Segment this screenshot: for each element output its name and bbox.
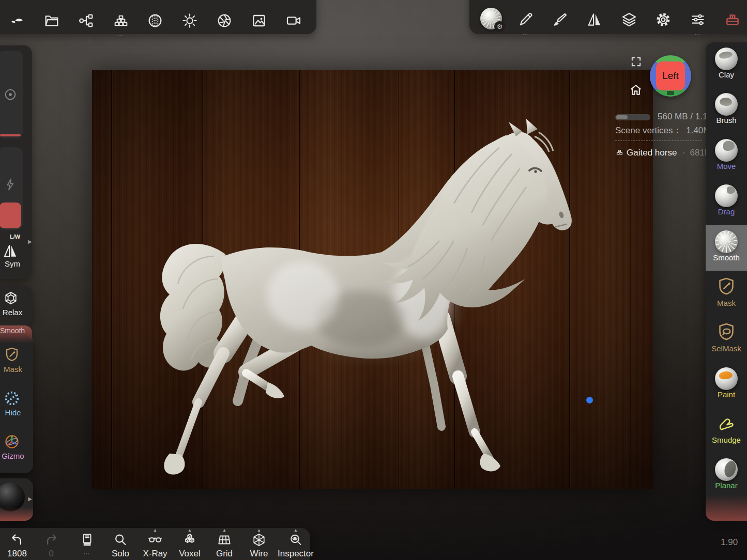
xray-glasses-icon <box>147 532 163 548</box>
inspector-caret-icon[interactable]: ▲ <box>275 528 316 533</box>
topbar-left: … <box>0 0 316 34</box>
history-button[interactable]: … <box>70 532 103 556</box>
hide-label[interactable]: Hide <box>0 408 33 417</box>
redo-button[interactable]: 0 <box>35 532 68 559</box>
wire-caret-icon[interactable]: ▲ <box>242 528 276 533</box>
tool-move[interactable]: Move <box>706 134 747 179</box>
selmask-shield-icon <box>716 321 737 342</box>
history-book-icon <box>79 532 95 548</box>
sym-expand-arrow[interactable]: ▶ <box>28 239 32 244</box>
matcap-expand-arrow[interactable]: ▶ <box>28 496 32 502</box>
relax-panel[interactable]: Relax <box>0 285 32 325</box>
tool-smooth[interactable]: Smooth <box>706 225 747 271</box>
voxel-caret-icon[interactable]: ▲ <box>173 528 206 533</box>
tool-mask[interactable]: Mask <box>706 271 747 316</box>
gizmo-orb-icon[interactable] <box>3 433 21 450</box>
inspector-button[interactable]: ▲ Inspector <box>275 532 316 559</box>
redo-icon <box>43 532 59 548</box>
sym-toggle[interactable]: Sym <box>0 259 32 268</box>
brush-sliders-panel: L/W ▶ Sym <box>0 45 32 279</box>
tool-settings-gear-icon[interactable]: ⚙ <box>494 21 505 32</box>
sliders-more-dots: … <box>685 30 710 36</box>
tool-smudge[interactable]: Smudge <box>706 408 747 453</box>
mask-label[interactable]: Mask <box>0 365 33 374</box>
smooth-peek-label: Smooth <box>0 326 32 335</box>
mesh-row[interactable]: Gaited horse · 681k <box>615 148 709 158</box>
stroke-cursor-dot <box>586 397 593 403</box>
voxel-button[interactable]: ▲ Voxel <box>173 532 206 559</box>
mask-shield-icon[interactable] <box>4 346 20 363</box>
xray-caret-icon[interactable]: ▲ <box>139 528 172 533</box>
toolbox-icon <box>724 11 741 28</box>
camera-button[interactable] <box>281 8 306 33</box>
settings-button[interactable] <box>651 7 676 32</box>
material-ball-panel[interactable]: ▶ <box>0 478 33 521</box>
scene-vertices-row: Scene vertices： 1.40M <box>615 125 710 136</box>
material-sphere-icon <box>147 12 163 29</box>
layers-button[interactable] <box>617 7 642 32</box>
sculpt-viewport[interactable] <box>92 70 653 489</box>
scene-graph-button[interactable] <box>74 8 99 33</box>
mesh-pyramid-icon <box>615 148 624 157</box>
symmetry-button[interactable] <box>582 7 607 32</box>
grid-caret-icon[interactable]: ▲ <box>208 528 241 533</box>
mask-shield-icon <box>716 276 737 297</box>
gizmo-label[interactable]: Gizmo <box>0 452 33 460</box>
orientation-cube[interactable]: Left <box>650 55 691 97</box>
hide-dither-icon[interactable] <box>3 390 21 407</box>
status-separator <box>615 141 702 141</box>
topology-button[interactable]: … <box>109 8 133 33</box>
active-tool-preview[interactable]: ⚙ <box>479 6 504 31</box>
mask-hide-gizmo-panel: Mask Hide Gizmo <box>0 335 33 473</box>
lighting-button[interactable] <box>177 8 202 33</box>
wire-button[interactable]: ▲ Wire <box>242 532 276 559</box>
tool-selmask[interactable]: SelMask <box>706 316 747 362</box>
symmetry-mirror-icon <box>586 11 603 28</box>
files-button[interactable] <box>39 8 64 33</box>
painting-button[interactable] <box>547 7 572 32</box>
undo-icon <box>9 532 25 548</box>
tool-planar[interactable]: Planar <box>706 453 747 499</box>
tool-brush[interactable]: Brush <box>706 88 747 133</box>
radius-slider-fill <box>0 134 21 136</box>
toolbox-button[interactable] <box>720 7 745 32</box>
clay-sphere-icon <box>715 48 738 70</box>
tool-drag[interactable]: Drag <box>706 179 747 225</box>
tool-list: Clay Brush Move Drag Smooth Mask SelMask <box>706 42 747 521</box>
memory-progress-bar <box>615 114 650 120</box>
solo-magnifier-icon <box>113 532 128 548</box>
xray-button[interactable]: ▲ X-Ray <box>139 532 172 559</box>
topbar-right: ⚙ … <box>469 0 747 34</box>
intensity-slider[interactable] <box>0 147 23 230</box>
planar-sphere-icon <box>715 458 738 481</box>
app-logo-button[interactable] <box>5 8 29 33</box>
fullscreen-icon[interactable] <box>630 56 642 68</box>
grid-button[interactable]: ▲ Grid <box>208 532 241 559</box>
solo-button[interactable]: Solo <box>104 532 137 559</box>
scene-vertices-label: Scene vertices： <box>615 126 682 135</box>
undo-count: 1808 <box>1 549 34 559</box>
background-image-icon <box>251 12 267 29</box>
interface-button[interactable]: … <box>685 7 710 32</box>
layers-icon <box>621 11 637 28</box>
material-button[interactable] <box>143 8 167 33</box>
undo-button[interactable]: 1808 <box>1 532 34 559</box>
scene-graph-icon <box>78 12 95 29</box>
relax-web-icon <box>3 290 19 306</box>
tool-next-partial[interactable] <box>706 499 747 521</box>
move-sphere-icon <box>715 139 738 162</box>
orientation-cube-face[interactable]: Left <box>656 61 685 90</box>
background-button[interactable] <box>247 8 271 33</box>
panel-red-tint <box>0 335 33 343</box>
tool-clay[interactable]: Clay <box>706 42 747 88</box>
paintbrush-icon <box>552 11 568 28</box>
topology-more-dots: … <box>109 31 133 37</box>
tool-paint[interactable]: Paint <box>706 362 747 408</box>
stroke-pencil-button[interactable]: … <box>513 7 538 32</box>
camera-video-icon <box>285 12 302 29</box>
home-view-icon[interactable] <box>629 83 643 97</box>
post-process-button[interactable] <box>212 8 237 33</box>
intensity-slider-fill <box>0 203 21 228</box>
radius-slider[interactable] <box>0 51 23 138</box>
lw-badge: L/W <box>6 234 24 240</box>
